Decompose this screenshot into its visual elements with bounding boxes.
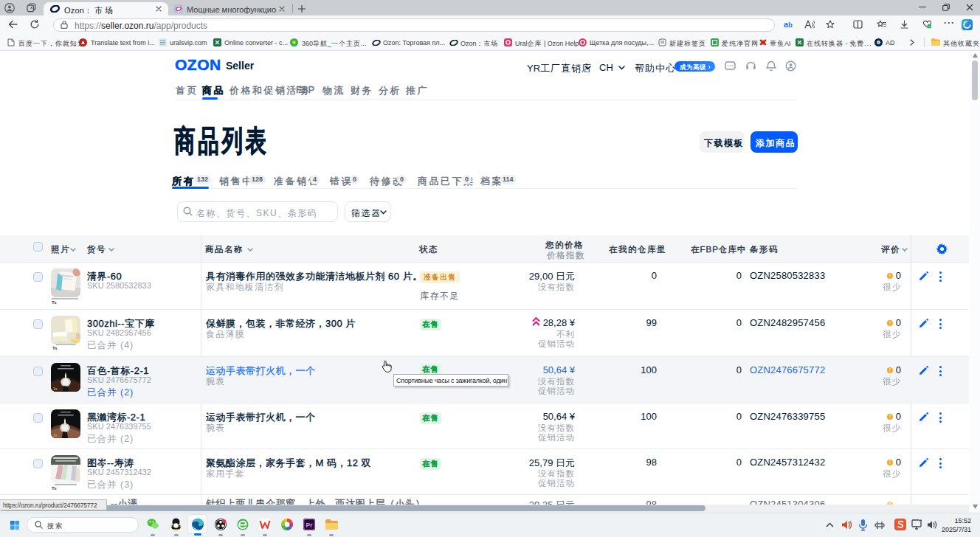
svg-text:Pr: Pr — [306, 522, 314, 529]
svg-text:1s: 1s — [53, 387, 58, 391]
svg-text:1s: 1s — [53, 433, 58, 437]
